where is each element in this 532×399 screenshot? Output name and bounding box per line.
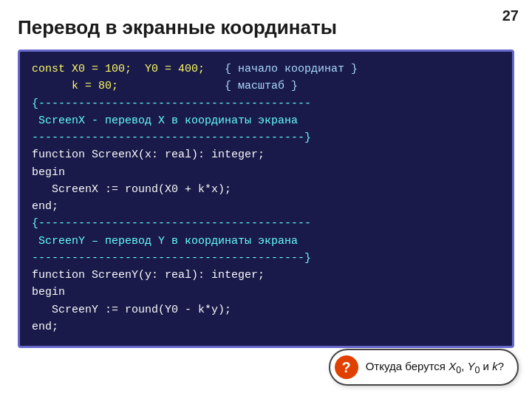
code-line-5: ----------------------------------------… (32, 129, 500, 146)
code-line-15: ScreenY := round(Y0 - k*y); (32, 301, 500, 318)
tooltip-bubble[interactable]: ? Откуда берутся X0, Y0 и k? (329, 349, 519, 386)
code-line-1: const X0 = 100; Y0 = 400; { начало коорд… (32, 61, 500, 78)
code-line-14: begin (32, 284, 500, 301)
code-block: const X0 = 100; Y0 = 400; { начало коорд… (18, 50, 514, 348)
code-line-6: function ScreenX(x: real): integer; (32, 146, 500, 163)
code-line-11: ScreenY – перевод Y в координаты экрана (32, 233, 500, 250)
code-line-10: {---------------------------------------… (32, 215, 500, 232)
code-line-2: k = 80; { масштаб } (32, 78, 500, 95)
tooltip-question-mark: ? (342, 359, 351, 376)
tooltip-icon: ? (335, 355, 358, 379)
code-line-4: ScreenX - перевод X в координаты экрана (32, 112, 500, 129)
code-line-12: ----------------------------------------… (32, 250, 500, 267)
page-container: 27 Перевод в экранные координаты const X… (0, 0, 532, 399)
tooltip-text: Откуда берутся X0, Y0 и k? (366, 360, 504, 375)
code-line-3: {---------------------------------------… (32, 95, 500, 112)
code-line-8: ScreenX := round(X0 + k*x); (32, 181, 500, 198)
code-line-16: end; (32, 318, 500, 335)
slide-number: 27 (502, 7, 519, 24)
code-line-7: begin (32, 164, 500, 181)
code-line-9: end; (32, 198, 500, 215)
page-title: Перевод в экранные координаты (18, 16, 514, 39)
code-line-13: function ScreenY(y: real): integer; (32, 267, 500, 284)
